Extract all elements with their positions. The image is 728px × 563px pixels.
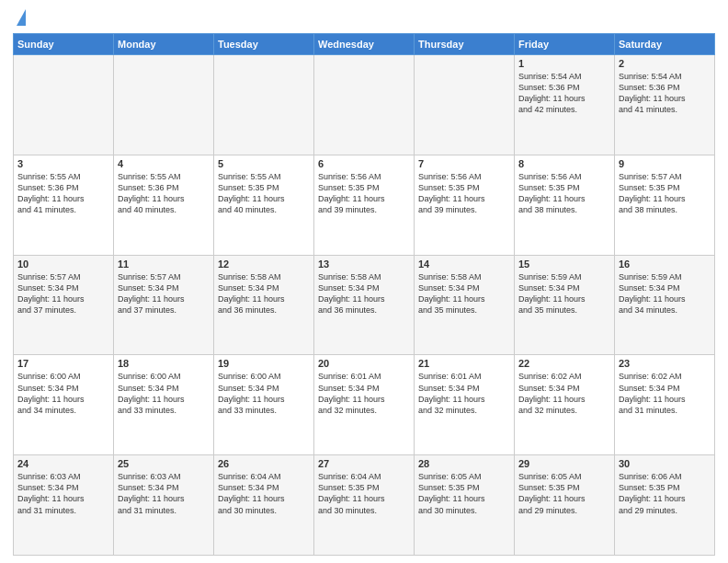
calendar-week-5: 24Sunrise: 6:03 AM Sunset: 5:34 PM Dayli… — [14, 455, 715, 556]
day-info: Sunrise: 5:59 AM Sunset: 5:34 PM Dayligh… — [518, 271, 610, 316]
day-info: Sunrise: 5:58 AM Sunset: 5:34 PM Dayligh… — [418, 271, 510, 316]
day-number: 18 — [118, 358, 210, 369]
calendar-day-cell: 18Sunrise: 6:00 AM Sunset: 5:34 PM Dayli… — [114, 355, 214, 455]
day-info: Sunrise: 5:56 AM Sunset: 5:35 PM Dayligh… — [418, 171, 510, 216]
weekday-header-friday: Friday — [515, 34, 615, 55]
day-info: Sunrise: 5:54 AM Sunset: 5:36 PM Dayligh… — [619, 71, 711, 116]
day-number: 2 — [619, 58, 711, 69]
day-number: 16 — [619, 259, 711, 270]
day-number: 11 — [118, 259, 210, 270]
calendar-day-cell: 22Sunrise: 6:02 AM Sunset: 5:34 PM Dayli… — [515, 355, 615, 455]
calendar-table: SundayMondayTuesdayWednesdayThursdayFrid… — [13, 33, 715, 556]
logo-icon — [17, 9, 26, 26]
weekday-header-row: SundayMondayTuesdayWednesdayThursdayFrid… — [14, 34, 715, 55]
day-number: 13 — [318, 259, 410, 270]
day-info: Sunrise: 5:57 AM Sunset: 5:34 PM Dayligh… — [17, 271, 109, 316]
calendar-day-cell: 13Sunrise: 5:58 AM Sunset: 5:34 PM Dayli… — [314, 255, 415, 355]
calendar-week-1: 1Sunrise: 5:54 AM Sunset: 5:36 PM Daylig… — [14, 55, 715, 155]
calendar-day-cell: 9Sunrise: 5:57 AM Sunset: 5:35 PM Daylig… — [615, 155, 715, 255]
day-info: Sunrise: 5:56 AM Sunset: 5:35 PM Dayligh… — [318, 171, 410, 216]
day-info: Sunrise: 6:01 AM Sunset: 5:34 PM Dayligh… — [418, 371, 510, 416]
calendar-day-cell: 15Sunrise: 5:59 AM Sunset: 5:34 PM Dayli… — [515, 255, 615, 355]
calendar-day-cell: 19Sunrise: 6:00 AM Sunset: 5:34 PM Dayli… — [214, 355, 314, 455]
day-number: 5 — [218, 158, 310, 169]
page: SundayMondayTuesdayWednesdayThursdayFrid… — [0, 0, 728, 563]
calendar-day-cell — [314, 55, 415, 155]
day-number: 6 — [318, 158, 410, 169]
day-number: 27 — [318, 458, 410, 469]
calendar-day-cell: 11Sunrise: 5:57 AM Sunset: 5:34 PM Dayli… — [114, 255, 214, 355]
calendar-day-cell: 28Sunrise: 6:05 AM Sunset: 5:35 PM Dayli… — [415, 455, 515, 556]
day-number: 19 — [218, 358, 310, 369]
day-number: 28 — [418, 458, 510, 469]
calendar-day-cell: 21Sunrise: 6:01 AM Sunset: 5:34 PM Dayli… — [415, 355, 515, 455]
day-number: 4 — [118, 158, 210, 169]
day-number: 7 — [418, 158, 510, 169]
calendar-day-cell: 27Sunrise: 6:04 AM Sunset: 5:35 PM Dayli… — [314, 455, 415, 556]
calendar-day-cell: 7Sunrise: 5:56 AM Sunset: 5:35 PM Daylig… — [415, 155, 515, 255]
day-info: Sunrise: 5:55 AM Sunset: 5:36 PM Dayligh… — [118, 171, 210, 216]
calendar-day-cell: 20Sunrise: 6:01 AM Sunset: 5:34 PM Dayli… — [314, 355, 415, 455]
day-number: 15 — [518, 259, 610, 270]
day-number: 22 — [518, 358, 610, 369]
header — [13, 9, 715, 28]
calendar-day-cell: 8Sunrise: 5:56 AM Sunset: 5:35 PM Daylig… — [515, 155, 615, 255]
day-number: 25 — [118, 458, 210, 469]
day-number: 3 — [17, 158, 109, 169]
calendar-day-cell — [415, 55, 515, 155]
calendar-day-cell: 5Sunrise: 5:55 AM Sunset: 5:35 PM Daylig… — [214, 155, 314, 255]
day-info: Sunrise: 6:02 AM Sunset: 5:34 PM Dayligh… — [518, 371, 610, 416]
day-info: Sunrise: 6:03 AM Sunset: 5:34 PM Dayligh… — [118, 471, 210, 516]
day-number: 21 — [418, 358, 510, 369]
calendar-day-cell: 6Sunrise: 5:56 AM Sunset: 5:35 PM Daylig… — [314, 155, 415, 255]
calendar-day-cell — [214, 55, 314, 155]
calendar-day-cell: 4Sunrise: 5:55 AM Sunset: 5:36 PM Daylig… — [114, 155, 214, 255]
day-info: Sunrise: 6:02 AM Sunset: 5:34 PM Dayligh… — [619, 371, 711, 416]
calendar-day-cell — [14, 55, 114, 155]
calendar-day-cell: 30Sunrise: 6:06 AM Sunset: 5:35 PM Dayli… — [615, 455, 715, 556]
day-number: 14 — [418, 259, 510, 270]
weekday-header-monday: Monday — [114, 34, 214, 55]
calendar-day-cell: 16Sunrise: 5:59 AM Sunset: 5:34 PM Dayli… — [615, 255, 715, 355]
day-info: Sunrise: 5:55 AM Sunset: 5:36 PM Dayligh… — [17, 171, 109, 216]
day-info: Sunrise: 5:59 AM Sunset: 5:34 PM Dayligh… — [619, 271, 711, 316]
day-number: 20 — [318, 358, 410, 369]
weekday-header-sunday: Sunday — [14, 34, 114, 55]
calendar-day-cell: 2Sunrise: 5:54 AM Sunset: 5:36 PM Daylig… — [615, 55, 715, 155]
calendar-day-cell — [114, 55, 214, 155]
day-info: Sunrise: 6:05 AM Sunset: 5:35 PM Dayligh… — [518, 471, 610, 516]
calendar-day-cell: 24Sunrise: 6:03 AM Sunset: 5:34 PM Dayli… — [14, 455, 114, 556]
logo — [13, 9, 26, 28]
calendar-day-cell: 25Sunrise: 6:03 AM Sunset: 5:34 PM Dayli… — [114, 455, 214, 556]
day-info: Sunrise: 5:57 AM Sunset: 5:34 PM Dayligh… — [118, 271, 210, 316]
day-info: Sunrise: 5:55 AM Sunset: 5:35 PM Dayligh… — [218, 171, 310, 216]
calendar-day-cell: 10Sunrise: 5:57 AM Sunset: 5:34 PM Dayli… — [14, 255, 114, 355]
day-info: Sunrise: 5:54 AM Sunset: 5:36 PM Dayligh… — [518, 71, 610, 116]
day-info: Sunrise: 5:57 AM Sunset: 5:35 PM Dayligh… — [619, 171, 711, 216]
day-number: 26 — [218, 458, 310, 469]
day-info: Sunrise: 6:00 AM Sunset: 5:34 PM Dayligh… — [218, 371, 310, 416]
day-number: 24 — [17, 458, 109, 469]
day-number: 10 — [17, 259, 109, 270]
day-info: Sunrise: 6:04 AM Sunset: 5:34 PM Dayligh… — [218, 471, 310, 516]
day-info: Sunrise: 6:04 AM Sunset: 5:35 PM Dayligh… — [318, 471, 410, 516]
day-info: Sunrise: 5:58 AM Sunset: 5:34 PM Dayligh… — [218, 271, 310, 316]
calendar-week-4: 17Sunrise: 6:00 AM Sunset: 5:34 PM Dayli… — [14, 355, 715, 455]
day-info: Sunrise: 5:58 AM Sunset: 5:34 PM Dayligh… — [318, 271, 410, 316]
day-number: 23 — [619, 358, 711, 369]
calendar-day-cell: 14Sunrise: 5:58 AM Sunset: 5:34 PM Dayli… — [415, 255, 515, 355]
day-info: Sunrise: 6:03 AM Sunset: 5:34 PM Dayligh… — [17, 471, 109, 516]
day-info: Sunrise: 6:00 AM Sunset: 5:34 PM Dayligh… — [118, 371, 210, 416]
day-number: 1 — [518, 58, 610, 69]
weekday-header-thursday: Thursday — [415, 34, 515, 55]
calendar-day-cell: 3Sunrise: 5:55 AM Sunset: 5:36 PM Daylig… — [14, 155, 114, 255]
day-info: Sunrise: 6:06 AM Sunset: 5:35 PM Dayligh… — [619, 471, 711, 516]
day-number: 8 — [518, 158, 610, 169]
calendar-week-2: 3Sunrise: 5:55 AM Sunset: 5:36 PM Daylig… — [14, 155, 715, 255]
calendar-day-cell: 1Sunrise: 5:54 AM Sunset: 5:36 PM Daylig… — [515, 55, 615, 155]
calendar-week-3: 10Sunrise: 5:57 AM Sunset: 5:34 PM Dayli… — [14, 255, 715, 355]
day-number: 29 — [518, 458, 610, 469]
calendar-day-cell: 29Sunrise: 6:05 AM Sunset: 5:35 PM Dayli… — [515, 455, 615, 556]
day-info: Sunrise: 5:56 AM Sunset: 5:35 PM Dayligh… — [518, 171, 610, 216]
day-number: 17 — [17, 358, 109, 369]
